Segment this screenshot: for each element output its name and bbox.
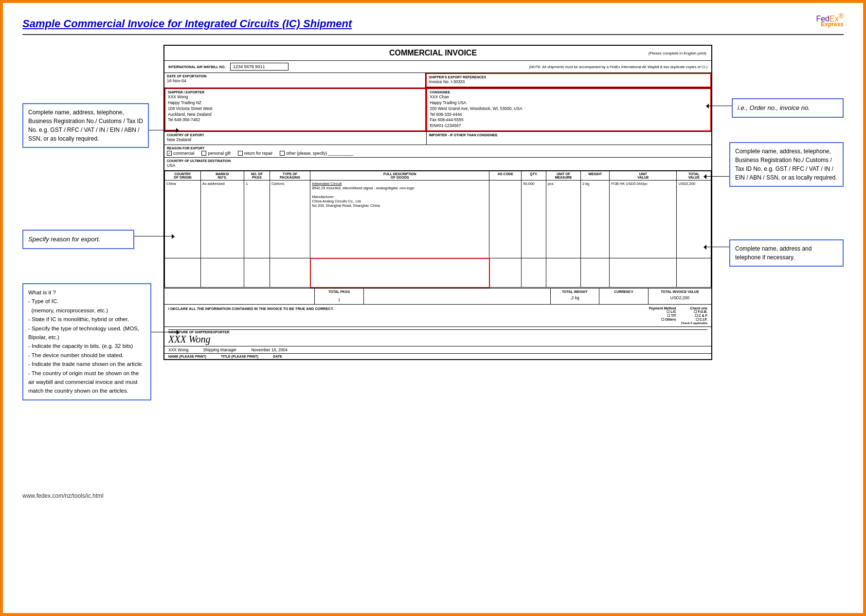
th-weight: WEIGHT <box>581 171 610 181</box>
td-description: Integrated Circuit 8542.29 mounted, sili… <box>310 181 489 258</box>
total-pkgs-value: 1 <box>317 297 361 303</box>
consignee-label: CONSIGNEE <box>430 91 708 94</box>
waybill-row: INTERNATIONAL AIR WAYBILL NO. 1234 5678 … <box>164 61 711 73</box>
consignee-value: XXX Chan Happy Trading USA 200 West Gran… <box>430 94 708 129</box>
shipper-label: SHIPPER / EXPORTER <box>168 91 423 94</box>
sig-label: SIGNATURE OF SHIPPER/EXPORTER <box>168 329 707 334</box>
table-empty-row <box>165 258 711 288</box>
country-importer-row: COUNTRY OF EXPORT New Zealand IMPORTER -… <box>164 132 711 145</box>
annotation-consignee: Complete name, address, telephone, Busin… <box>729 142 844 187</box>
total-invoice-value: USD2,200 <box>651 295 709 301</box>
invoice-table: COUNTRYOF ORIGIN MARKS/NO'S. NO. OFPKGS … <box>164 171 711 288</box>
invoice-title: COMMERCIAL INVOICE <box>257 49 609 57</box>
waybill-note: (NOTE: All shipments must be accompanied… <box>293 65 707 69</box>
sig-title: Shipping Manager <box>203 347 236 352</box>
importer-label: IMPORTER - IF OTHER THAN CONSIGNEE <box>429 133 709 137</box>
reason-row: REASON FOR EXPORT commercial personal gi… <box>164 145 711 158</box>
th-pkgs: NO. OFPKGS <box>244 171 270 181</box>
date-label: DATE OF EXPORTATION <box>167 74 423 78</box>
fedex-logo: FedEx® Express <box>816 13 844 28</box>
td-hscode <box>489 181 522 258</box>
td-weight: 2 kg <box>581 181 610 258</box>
date-ref-row: DATE OF EXPORTATION 16-Nov-04 SHIPPER'S … <box>164 73 711 88</box>
check-caf: ☐ C & F <box>681 314 707 318</box>
checkbox-commercial-icon <box>167 151 172 156</box>
td-marks: As addressed <box>200 181 244 258</box>
th-packaging: TYPE OFPACKAGING <box>270 171 310 181</box>
sig-name-label: NAME (PLEASE PRINT) <box>168 355 206 358</box>
country-export-value: New Zealand <box>167 137 424 143</box>
td-pkgs: 1 <box>244 181 270 258</box>
reason-other: other (please, specify) ___________ <box>280 151 353 156</box>
td-unit-value: FOB HK USD0.044/pc <box>610 181 677 258</box>
checkbox-personal-icon <box>201 151 206 156</box>
shipper-value: XXX Wong Happy Trading NZ 108 Victoria S… <box>168 94 423 123</box>
payment-tt: ☐ T/T <box>649 314 676 318</box>
declaration-text: I DECLARE ALL THE INFORMATION CONTAINED … <box>168 307 334 311</box>
th-marks: MARKS/NO'S. <box>200 171 244 181</box>
annotation-order-no: i.e., Order no., invoice no. <box>732 98 844 118</box>
th-description: FULL DESCRIPTIONOF GOODS <box>310 171 489 181</box>
payment-others: ☐ Others <box>649 318 676 322</box>
payment-label: Payment Method <box>649 307 676 310</box>
total-pkgs-label: TOTAL PKGS <box>317 290 361 293</box>
fedex-express-text: Express <box>821 21 844 28</box>
fedex-registered: ® <box>839 12 844 20</box>
reason-label: REASON FOR EXPORT <box>167 146 709 150</box>
table-header-row: COUNTRYOF ORIGIN MARKS/NO'S. NO. OFPKGS … <box>165 171 711 181</box>
td-qty: 50,000 <box>522 181 546 258</box>
total-weight-value: .2 kg <box>553 295 597 301</box>
reason-commercial: commercial <box>167 151 194 156</box>
annotation-reason: Specify reason for export. <box>22 230 134 249</box>
th-hscode: HS CODE <box>489 171 522 181</box>
sig-title-label: TITLE (PLEASE PRINT) <box>221 355 258 358</box>
waybill-input: 1234 5678 9011 <box>230 63 289 71</box>
td-country: China <box>165 181 201 258</box>
destination-value: USA <box>167 163 709 169</box>
sig-date: November 16, 2004 <box>251 347 288 352</box>
reason-return-repair: return for repair <box>238 151 273 156</box>
shipper-consignee-row: SHIPPER / EXPORTER XXX Wong Happy Tradin… <box>164 88 711 132</box>
manufacturer-label: Manufacturer: <box>312 195 334 199</box>
check-one-label: Check one <box>681 307 707 310</box>
check-fob: ☐ F.O.B. <box>681 310 707 314</box>
country-export-label: COUNTRY OF EXPORT <box>167 133 424 137</box>
shipper-ref-label: SHIPPER'S EXPORT REFERENCES <box>429 75 708 79</box>
total-weight-label: TOTAL WEIGHT <box>553 290 597 293</box>
sig-name: XXX Wong <box>168 347 188 352</box>
invoice-form: COMMERCIAL INVOICE (Please complete in E… <box>159 45 717 483</box>
checkbox-other-icon <box>280 151 285 156</box>
table-row: China As addressed 1 Cartons Integrated … <box>165 181 711 258</box>
currency-label: CURRENCY <box>602 290 646 293</box>
annotation-shipper: Complete name, address, telephone, Busin… <box>22 103 149 148</box>
th-qty: QTY. <box>522 171 546 181</box>
th-unit-measure: UNIT OFMEASURE <box>546 171 580 181</box>
declaration-row: I DECLARE ALL THE INFORMATION CONTAINED … <box>164 304 711 326</box>
payment-lc: ☐ L/C <box>649 310 676 314</box>
shipper-ref-value: Invoice No. I-30333 <box>429 79 708 85</box>
td-packaging: Cartons <box>270 181 310 258</box>
signature-text: XXX Wong <box>168 334 707 345</box>
total-invoice-label: TOTAL INVOICE VALUE <box>651 290 709 293</box>
sig-date-label: DATE <box>273 355 282 358</box>
check-cif: ☐ C.I.F. <box>681 318 707 322</box>
th-unit-value: UNITVALUE <box>610 171 677 181</box>
reason-checkboxes: commercial personal gift return for repa… <box>167 151 709 156</box>
page-footer: www.fedex.com/nz/tools/ic.html <box>22 492 844 499</box>
td-unit-measure: pcs <box>546 181 580 258</box>
annotation-importer: Complete name, address and telephone if … <box>729 239 844 267</box>
manufacturer-value: China Analog Circuits Co., Ltd No 200, S… <box>312 199 380 208</box>
date-value: 16-Nov-04 <box>167 78 423 84</box>
payment-methods: Payment Method ☐ L/C ☐ T/T ☐ Others Chec… <box>630 307 707 325</box>
desc-link: Integrated Circuit <box>312 181 342 186</box>
check-applicable: Check if applicable <box>681 322 707 325</box>
waybill-label: INTERNATIONAL AIR WAYBILL NO. <box>168 65 225 69</box>
sig-labels-row: NAME (PLEASE PRINT) TITLE (PLEASE PRINT)… <box>164 353 711 359</box>
desc-body: 8542.29 mounted, siliconMixed signal - a… <box>312 186 415 190</box>
destination-row: COUNTRY OF ULTIMATE DESTINATION USA <box>164 158 711 171</box>
reason-personal-gift: personal gift <box>201 151 230 156</box>
totals-row: TOTAL PKGS 1 TOTAL WEIGHT .2 kg CURRENCY… <box>164 288 711 305</box>
page-title: Sample Commercial Invoice for Integrated… <box>22 18 352 30</box>
sig-name-row: XXX Wong Shipping Manager November 16, 2… <box>164 346 711 353</box>
th-country: COUNTRYOF ORIGIN <box>165 171 201 181</box>
